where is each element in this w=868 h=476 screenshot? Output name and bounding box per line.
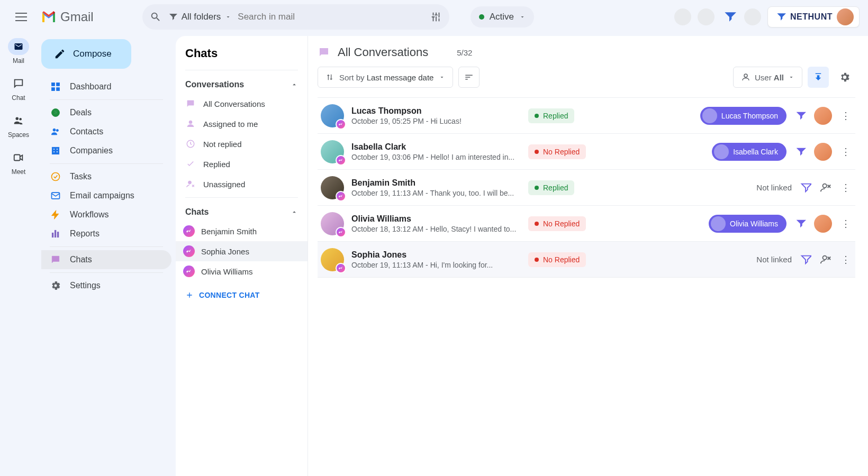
status-dropdown[interactable]: Active	[471, 6, 534, 28]
svg-point-23	[188, 181, 192, 184]
settings-button[interactable]	[834, 67, 855, 88]
conv-filter-person[interactable]: Assigned to me	[176, 114, 308, 134]
section-chats-header[interactable]: Chats	[176, 201, 308, 221]
spaces-icon	[13, 115, 24, 126]
svg-point-16	[52, 173, 60, 181]
messenger-badge-icon	[336, 155, 346, 166]
status-active-dot	[479, 14, 484, 20]
gmail-logo[interactable]: Gmail	[40, 8, 94, 25]
sidebar-item-reports[interactable]: Reports	[41, 224, 171, 243]
nethunt-scope-icon	[168, 12, 177, 22]
conversation-avatar	[321, 248, 344, 271]
sidebar-item-contacts[interactable]: Contacts	[41, 122, 171, 141]
linked-contact-pill[interactable]: Isabella Clark	[712, 143, 786, 161]
svg-point-26	[823, 255, 827, 259]
chat-icon	[13, 78, 24, 89]
rail-meet[interactable]: Meet	[8, 149, 29, 176]
svg-point-9	[53, 129, 56, 131]
header-app-1[interactable]	[674, 8, 691, 25]
section-conversations-header[interactable]: Conversations	[176, 74, 308, 94]
conversation-name: Sophia Jones	[351, 250, 521, 260]
assignee-avatar[interactable]	[814, 143, 832, 161]
sidebar-item-tasks[interactable]: Tasks	[41, 167, 171, 186]
rail-mail[interactable]: Mail	[8, 38, 29, 65]
row-more-button[interactable]: ⋮	[839, 110, 852, 122]
conv-filter-clock[interactable]: Not replied	[176, 134, 308, 154]
nethunt-link-icon[interactable]	[794, 109, 807, 122]
svg-rect-19	[55, 230, 56, 237]
search-bar[interactable]: All folders	[142, 4, 449, 30]
pencil-icon	[54, 48, 66, 60]
conversation-name: Lucas Thompson	[351, 106, 521, 116]
download-button[interactable]	[808, 67, 829, 88]
search-input[interactable]	[238, 12, 423, 22]
sidebar-item-settings[interactable]: Settings	[41, 276, 171, 295]
conversation-row[interactable]: Olivia Williams October 18, 13:12 AM - H…	[318, 206, 855, 242]
conversation-preview: October 19, 05:25 PM - Hi Lucas!	[351, 117, 521, 125]
chats-column: Chats Conversations All ConversationsAss…	[176, 36, 308, 476]
sidebar-item-deals[interactable]: $Deals	[41, 103, 171, 122]
nethunt-link-icon[interactable]	[799, 253, 812, 266]
linked-contact-pill[interactable]: Olivia Williams	[709, 215, 786, 233]
row-more-button[interactable]: ⋮	[839, 182, 852, 194]
user-filter[interactable]: User All	[733, 67, 802, 88]
nethunt-link-icon[interactable]	[799, 181, 812, 194]
conv-filter-person-x[interactable]: Unassigned	[176, 174, 308, 194]
row-more-button[interactable]: ⋮	[839, 146, 852, 158]
messenger-badge-icon	[336, 263, 346, 273]
svg-text:$: $	[54, 109, 57, 115]
workflows-icon	[50, 209, 61, 220]
conversation-row[interactable]: Sophia Jones October 19, 11:13 AM - Hi, …	[318, 242, 855, 278]
rail-chat[interactable]: Chat	[8, 75, 29, 102]
svg-rect-15	[57, 151, 58, 153]
assignee-avatar[interactable]	[814, 107, 832, 125]
nethunt-link-icon[interactable]	[794, 217, 807, 230]
no-assignee-icon[interactable]	[819, 181, 832, 194]
header-app-2[interactable]	[698, 8, 715, 25]
main-menu-button[interactable]	[8, 4, 34, 30]
tasks-icon	[50, 171, 61, 182]
conversation-row[interactable]: Lucas Thompson October 19, 05:25 PM - Hi…	[318, 98, 855, 134]
sidebar-item-dashboard[interactable]: Dashboard	[41, 77, 171, 96]
messenger-icon	[183, 225, 195, 237]
linked-contact-pill[interactable]: Lucas Thompson	[700, 107, 786, 125]
rail-spaces[interactable]: Spaces	[8, 112, 29, 139]
plus-icon	[185, 291, 194, 299]
chat-person[interactable]: Olivia Williams	[176, 261, 308, 281]
sidebar: Compose Dashboard$DealsContactsCompanies…	[37, 34, 176, 476]
sort-button[interactable]: Sort by Last message date	[318, 67, 453, 88]
compose-button[interactable]: Compose	[41, 39, 131, 69]
chat-person[interactable]: Benjamin Smith	[176, 221, 308, 241]
conversation-row[interactable]: Benjamin Smith October 19, 11:13 AM - Th…	[318, 170, 855, 206]
gmail-label: Gmail	[60, 10, 94, 24]
svg-point-0	[16, 117, 19, 121]
conv-filter-check[interactable]: Replied	[176, 154, 308, 174]
conversation-row[interactable]: Isabella Clark October 19, 03:06 PM - He…	[318, 134, 855, 170]
chat-person[interactable]: Sophia Jones	[176, 241, 308, 261]
sidebar-item-chats[interactable]: Chats	[41, 250, 171, 269]
assignee-avatar[interactable]	[814, 215, 832, 233]
sidebar-item-email-campaigns[interactable]: Email campaigns	[41, 186, 171, 205]
nethunt-link-icon[interactable]	[794, 145, 807, 158]
sort-direction-button[interactable]	[458, 67, 480, 88]
sidebar-item-workflows[interactable]: Workflows	[41, 205, 171, 224]
gear-icon	[839, 71, 851, 83]
svg-rect-5	[52, 88, 55, 91]
conv-filter-chat[interactable]: All Conversations	[176, 94, 308, 114]
row-more-button[interactable]: ⋮	[839, 254, 852, 266]
header-app-nethunt[interactable]	[721, 8, 738, 25]
deals-icon: $	[50, 107, 61, 118]
conversation-avatar	[321, 140, 344, 163]
connect-chat-button[interactable]: CONNECT CHAT	[176, 281, 308, 299]
header-app-4[interactable]	[744, 8, 761, 25]
person-icon	[185, 119, 196, 129]
sidebar-item-companies[interactable]: Companies	[41, 141, 171, 160]
nethunt-account-button[interactable]: NETHUNT	[767, 6, 860, 28]
sort-lines-icon	[464, 72, 474, 82]
chevron-down-icon	[788, 74, 794, 80]
row-more-button[interactable]: ⋮	[839, 218, 852, 230]
search-scope-dropdown[interactable]: All folders	[168, 12, 232, 22]
no-assignee-icon[interactable]	[819, 253, 832, 266]
status-chip: No Replied	[528, 216, 586, 231]
tune-icon[interactable]	[430, 11, 442, 23]
